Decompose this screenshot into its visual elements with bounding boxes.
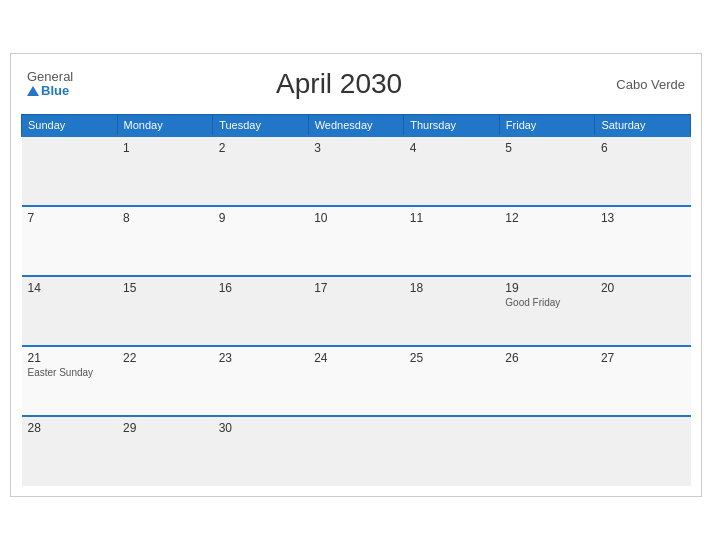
- calendar-cell: 13: [595, 206, 691, 276]
- day-number: 26: [505, 351, 589, 365]
- week-row-2: 141516171819Good Friday20: [22, 276, 691, 346]
- logo-general-text: General: [27, 70, 73, 84]
- day-number: 9: [219, 211, 303, 225]
- calendar-cell: 4: [404, 136, 500, 206]
- calendar-cell: 25: [404, 346, 500, 416]
- calendar-title: April 2030: [73, 68, 605, 100]
- calendar-cell: 15: [117, 276, 213, 346]
- calendar-cell: 16: [213, 276, 309, 346]
- calendar-tbody: 12345678910111213141516171819Good Friday…: [22, 136, 691, 486]
- calendar-cell: 9: [213, 206, 309, 276]
- calendar-container: General Blue April 2030 Cabo Verde Sunda…: [10, 53, 702, 497]
- calendar-cell: [595, 416, 691, 486]
- calendar-cell: [499, 416, 595, 486]
- day-number: 6: [601, 141, 685, 155]
- logo: General Blue: [27, 70, 73, 99]
- day-number: 8: [123, 211, 207, 225]
- week-row-3: 21Easter Sunday222324252627: [22, 346, 691, 416]
- calendar-cell: 19Good Friday: [499, 276, 595, 346]
- calendar-region: Cabo Verde: [605, 77, 685, 92]
- day-event: Good Friday: [505, 297, 589, 308]
- day-number: 23: [219, 351, 303, 365]
- logo-blue-text: Blue: [27, 84, 73, 98]
- weekday-header-friday: Friday: [499, 115, 595, 137]
- calendar-cell: 30: [213, 416, 309, 486]
- calendar-cell: 10: [308, 206, 404, 276]
- week-row-1: 78910111213: [22, 206, 691, 276]
- calendar-cell: [404, 416, 500, 486]
- logo-triangle-icon: [27, 86, 39, 96]
- day-number: 25: [410, 351, 494, 365]
- calendar-cell: 23: [213, 346, 309, 416]
- day-number: 3: [314, 141, 398, 155]
- calendar-cell: 1: [117, 136, 213, 206]
- weekday-header-monday: Monday: [117, 115, 213, 137]
- calendar-thead: SundayMondayTuesdayWednesdayThursdayFrid…: [22, 115, 691, 137]
- calendar-grid: SundayMondayTuesdayWednesdayThursdayFrid…: [21, 114, 691, 486]
- day-number: 11: [410, 211, 494, 225]
- week-row-4: 282930: [22, 416, 691, 486]
- calendar-cell: 22: [117, 346, 213, 416]
- day-number: 12: [505, 211, 589, 225]
- calendar-cell: 17: [308, 276, 404, 346]
- week-row-0: 123456: [22, 136, 691, 206]
- calendar-cell: 6: [595, 136, 691, 206]
- calendar-cell: 2: [213, 136, 309, 206]
- day-number: 22: [123, 351, 207, 365]
- weekday-header-wednesday: Wednesday: [308, 115, 404, 137]
- day-number: 5: [505, 141, 589, 155]
- weekday-header-saturday: Saturday: [595, 115, 691, 137]
- calendar-cell: 24: [308, 346, 404, 416]
- day-event: Easter Sunday: [28, 367, 112, 378]
- calendar-cell: 20: [595, 276, 691, 346]
- day-number: 18: [410, 281, 494, 295]
- calendar-header: General Blue April 2030 Cabo Verde: [21, 64, 691, 104]
- calendar-cell: 27: [595, 346, 691, 416]
- calendar-cell: 18: [404, 276, 500, 346]
- day-number: 1: [123, 141, 207, 155]
- calendar-cell: 11: [404, 206, 500, 276]
- day-number: 16: [219, 281, 303, 295]
- calendar-cell: 28: [22, 416, 118, 486]
- day-number: 15: [123, 281, 207, 295]
- day-number: 24: [314, 351, 398, 365]
- day-number: 2: [219, 141, 303, 155]
- day-number: 17: [314, 281, 398, 295]
- weekday-header-tuesday: Tuesday: [213, 115, 309, 137]
- calendar-cell: 26: [499, 346, 595, 416]
- day-number: 4: [410, 141, 494, 155]
- day-number: 10: [314, 211, 398, 225]
- calendar-cell: 5: [499, 136, 595, 206]
- calendar-cell: 29: [117, 416, 213, 486]
- calendar-cell: [22, 136, 118, 206]
- calendar-cell: 8: [117, 206, 213, 276]
- day-number: 13: [601, 211, 685, 225]
- weekday-header-row: SundayMondayTuesdayWednesdayThursdayFrid…: [22, 115, 691, 137]
- weekday-header-thursday: Thursday: [404, 115, 500, 137]
- calendar-cell: 14: [22, 276, 118, 346]
- day-number: 19: [505, 281, 589, 295]
- calendar-cell: 7: [22, 206, 118, 276]
- day-number: 29: [123, 421, 207, 435]
- calendar-cell: [308, 416, 404, 486]
- weekday-header-sunday: Sunday: [22, 115, 118, 137]
- day-number: 27: [601, 351, 685, 365]
- day-number: 30: [219, 421, 303, 435]
- calendar-cell: 21Easter Sunday: [22, 346, 118, 416]
- day-number: 21: [28, 351, 112, 365]
- day-number: 14: [28, 281, 112, 295]
- calendar-cell: 12: [499, 206, 595, 276]
- day-number: 20: [601, 281, 685, 295]
- day-number: 7: [28, 211, 112, 225]
- day-number: 28: [28, 421, 112, 435]
- calendar-cell: 3: [308, 136, 404, 206]
